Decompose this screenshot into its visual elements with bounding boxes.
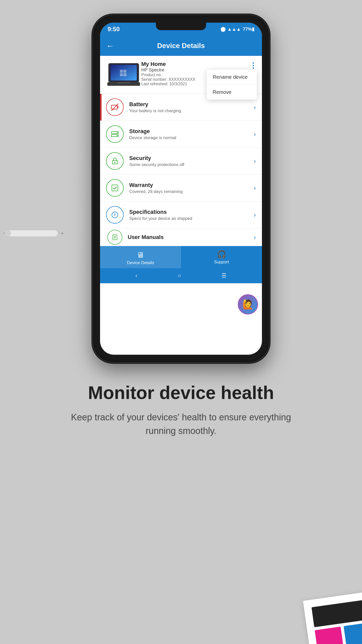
user-manuals-title: User Manuals bbox=[128, 234, 254, 240]
android-home-button[interactable]: ○ bbox=[178, 272, 181, 279]
chat-avatar-bubble[interactable]: 🙋 bbox=[238, 294, 258, 314]
security-title: Security bbox=[129, 155, 254, 162]
phone-frame: 9:50 ⬤ ▲▲▲ 77%▮ ← Device Details bbox=[93, 15, 269, 362]
bottom-navigation: 🖥 Device Details 🎧 Support bbox=[100, 246, 262, 268]
android-recents-button[interactable]: ☰ bbox=[221, 272, 227, 279]
chat-avatar: 🙋 bbox=[239, 295, 257, 314]
svg-rect-5 bbox=[120, 70, 123, 73]
specifications-subtitle: Specs for your device as shipped bbox=[129, 216, 254, 221]
battery-icon-circle bbox=[106, 98, 124, 116]
nav-support[interactable]: 🎧 Support bbox=[181, 250, 262, 265]
svg-point-17 bbox=[114, 162, 115, 163]
svg-rect-19 bbox=[112, 185, 118, 191]
device-list: Battery Your battery is not charging › bbox=[100, 94, 262, 246]
avatar-face: 🙋 bbox=[242, 299, 254, 310]
bluetooth-icon: ⬤ bbox=[220, 26, 225, 32]
specifications-icon-circle bbox=[106, 206, 124, 224]
specifications-list-item[interactable]: Specifications Specs for your device as … bbox=[100, 202, 262, 228]
warranty-chevron: › bbox=[254, 184, 256, 192]
device-details-nav-label: Device Details bbox=[127, 260, 154, 265]
svg-rect-29 bbox=[8, 230, 58, 236]
nav-device-details[interactable]: 🖥 Device Details bbox=[100, 246, 181, 268]
storage-list-item[interactable]: Storage Device storage is normal › bbox=[100, 121, 262, 148]
storage-text: Storage Device storage is normal bbox=[129, 128, 254, 140]
svg-rect-4 bbox=[117, 82, 130, 83]
user-manuals-text: User Manuals bbox=[128, 234, 254, 240]
svg-line-21 bbox=[114, 187, 117, 189]
battery-chevron: › bbox=[254, 103, 256, 111]
security-icon-circle bbox=[106, 152, 124, 170]
context-menu: Rename device Remove bbox=[207, 70, 257, 100]
support-nav-label: Support bbox=[214, 260, 229, 265]
phone-mockup: 9:50 ⬤ ▲▲▲ 77%▮ ← Device Details bbox=[93, 15, 269, 362]
security-chevron: › bbox=[254, 157, 256, 165]
svg-rect-6 bbox=[123, 70, 126, 73]
app-header: ← Device Details bbox=[100, 36, 262, 56]
storage-chevron: › bbox=[254, 130, 256, 138]
svg-point-30 bbox=[4, 230, 11, 236]
battery-title: Battery bbox=[129, 101, 254, 108]
phone-notch bbox=[156, 22, 206, 30]
warranty-title: Warranty bbox=[129, 182, 254, 188]
svg-rect-7 bbox=[120, 73, 123, 76]
rename-device-item[interactable]: Rename device bbox=[207, 70, 257, 85]
swatch-black bbox=[311, 600, 362, 627]
remove-device-item[interactable]: Remove bbox=[207, 85, 257, 100]
specifications-chevron: › bbox=[254, 211, 256, 219]
security-list-item[interactable]: Security Some security protections off › bbox=[100, 148, 262, 175]
svg-point-24 bbox=[115, 213, 115, 214]
swatches-card bbox=[303, 591, 362, 644]
swatch-blue bbox=[344, 623, 362, 644]
svg-point-31 bbox=[3, 232, 5, 234]
security-text: Security Some security protections off bbox=[129, 155, 254, 167]
svg-point-15 bbox=[117, 135, 118, 136]
storage-icon-circle bbox=[106, 125, 124, 143]
main-heading: Monitor device health bbox=[88, 382, 274, 403]
stylus-decoration bbox=[0, 226, 65, 240]
warranty-icon-circle bbox=[106, 179, 124, 197]
warranty-list-item[interactable]: Warranty Covered, 28 days remaining › bbox=[100, 175, 262, 202]
sub-heading: Keep track of your devices' health to en… bbox=[68, 411, 294, 438]
warranty-text: Warranty Covered, 28 days remaining bbox=[129, 182, 254, 194]
svg-line-32 bbox=[58, 231, 62, 233]
svg-rect-8 bbox=[123, 73, 126, 76]
specifications-title: Specifications bbox=[129, 209, 254, 215]
color-swatches-area bbox=[211, 518, 362, 644]
user-manuals-list-item[interactable]: User Manuals › bbox=[100, 228, 262, 246]
support-nav-icon: 🎧 bbox=[217, 250, 226, 259]
user-manuals-chevron: › bbox=[254, 233, 256, 241]
more-menu-button[interactable]: ⋮ bbox=[249, 61, 257, 70]
back-button[interactable]: ← bbox=[106, 41, 114, 51]
android-back-button[interactable]: ‹ bbox=[135, 272, 137, 279]
swatch-pink bbox=[315, 627, 343, 644]
battery-text: Battery Your battery is not charging bbox=[129, 101, 254, 113]
below-phone-section: Monitor device health Keep track of your… bbox=[0, 362, 362, 453]
svg-rect-10 bbox=[117, 106, 118, 108]
status-icons: ⬤ ▲▲▲ 77%▮ bbox=[220, 26, 254, 32]
header-title: Device Details bbox=[157, 42, 205, 50]
user-manuals-icon-circle bbox=[107, 230, 122, 245]
android-navigation: ‹ ○ ☰ bbox=[100, 268, 262, 283]
battery-subtitle: Your battery is not charging bbox=[129, 108, 254, 113]
alert-bar bbox=[100, 94, 102, 120]
specifications-text: Specifications Specs for your device as … bbox=[129, 209, 254, 221]
status-time: 9:50 bbox=[108, 26, 120, 33]
phone-screen: 9:50 ⬤ ▲▲▲ 77%▮ ← Device Details bbox=[100, 23, 262, 355]
warranty-subtitle: Covered, 28 days remaining bbox=[129, 189, 254, 194]
device-card: My Home HP Spectre Product no. Serial nu… bbox=[100, 56, 262, 94]
storage-subtitle: Device storage is normal bbox=[129, 135, 254, 140]
device-image bbox=[106, 61, 141, 89]
storage-title: Storage bbox=[129, 128, 254, 135]
security-subtitle: Some security protections off bbox=[129, 162, 254, 167]
signal-icon: ▲▲▲ bbox=[228, 27, 241, 32]
battery-icon: 77%▮ bbox=[243, 26, 254, 32]
svg-point-33 bbox=[62, 233, 63, 234]
device-name: My Home bbox=[141, 61, 256, 67]
device-details-nav-icon: 🖥 bbox=[137, 251, 144, 259]
svg-point-14 bbox=[117, 132, 118, 133]
